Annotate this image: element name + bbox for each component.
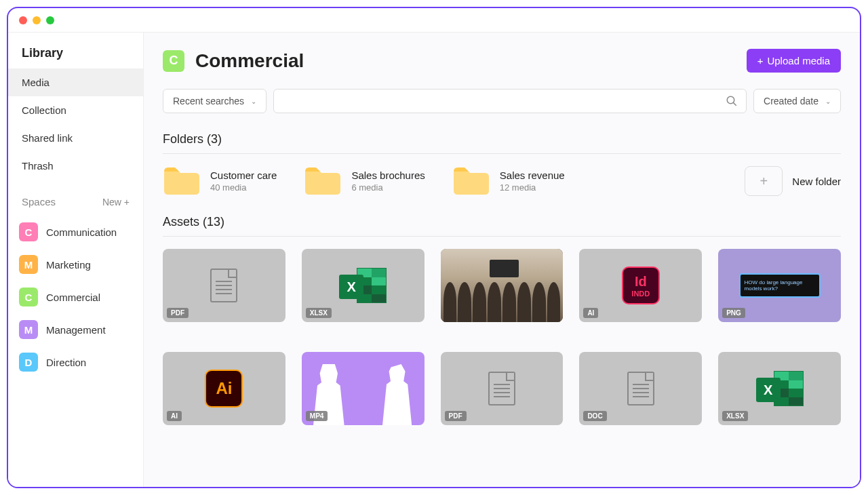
svg-point-0 [727, 96, 734, 104]
titlebar [8, 8, 860, 33]
header-row: C Commercial + Upload media [163, 49, 841, 73]
asset-card[interactable]: AiAI [163, 352, 285, 425]
space-item-management[interactable]: MManagement [8, 313, 143, 346]
upload-label: Upload media [767, 55, 830, 66]
asset-card[interactable]: PDF [163, 249, 285, 322]
sort-dropdown[interactable]: Created date ⌄ [753, 89, 841, 113]
folder-icon [163, 166, 201, 196]
page-badge: C [163, 50, 184, 72]
page-title-wrap: C Commercial [163, 50, 304, 72]
screenshot-thumbnail: HOW do large languagemodels work? [739, 273, 821, 298]
assets-grid: PDFXXLSXIdINDDAIHOW do large languagemod… [163, 249, 841, 439]
space-badge: C [19, 288, 38, 306]
space-item-direction[interactable]: DDirection [8, 346, 143, 378]
minimize-window-icon[interactable] [33, 16, 41, 24]
asset-card[interactable]: DOC [579, 352, 702, 425]
asset-type-tag: XLSX [722, 411, 748, 421]
close-window-icon[interactable] [19, 16, 27, 24]
asset-card[interactable]: HOW do large languagemodels work?PNG [718, 249, 841, 322]
asset-card[interactable]: IdINDDAI [579, 249, 702, 322]
folder-customer-care[interactable]: Customer care40 media [163, 166, 277, 196]
space-label: Commercial [46, 292, 100, 303]
space-item-communication[interactable]: CCommunication [8, 216, 143, 248]
space-item-commercial[interactable]: CCommercial [8, 281, 143, 313]
search-box[interactable] [273, 89, 747, 113]
excel-icon: X [756, 368, 804, 409]
space-label: Direction [46, 357, 86, 368]
folder-sales-brochures[interactable]: Sales brochures6 media [304, 166, 425, 196]
illustrator-icon: Ai [205, 370, 243, 408]
folders-row: Customer care40 mediaSales brochures6 me… [163, 166, 841, 196]
maximize-window-icon[interactable] [46, 16, 54, 24]
nav-item-thrash[interactable]: Thrash [8, 152, 143, 180]
body: Library MediaCollectionShared linkThrash… [8, 33, 860, 487]
search-row: Recent searches ⌄ Created date ⌄ [163, 89, 841, 113]
space-badge: C [19, 222, 38, 241]
space-label: Marketing [46, 259, 91, 271]
asset-card[interactable]: MP4 [302, 352, 425, 425]
indesign-icon: IdINDD [622, 266, 660, 304]
space-badge: D [19, 353, 38, 372]
new-space-button[interactable]: New + [102, 197, 130, 207]
space-badge: M [19, 320, 38, 339]
page-title: Commercial [195, 50, 304, 72]
folder-name: Sales brochures [351, 170, 425, 181]
nav-item-shared-link[interactable]: Shared link [8, 124, 143, 152]
document-icon [627, 372, 654, 405]
space-item-marketing[interactable]: MMarketing [8, 248, 143, 281]
folder-meta: 40 media [210, 182, 277, 193]
nav-item-media[interactable]: Media [8, 68, 143, 96]
search-icon [726, 95, 738, 107]
upload-media-button[interactable]: + Upload media [747, 49, 841, 73]
folder-icon [452, 166, 490, 196]
asset-type-tag: MP4 [306, 411, 328, 421]
chevron-down-icon: ⌄ [251, 98, 256, 105]
new-folder-button[interactable]: +New folder [745, 166, 841, 196]
asset-type-tag: PDF [167, 308, 189, 318]
photo-thumbnail [441, 249, 564, 322]
excel-icon: X [339, 265, 387, 306]
spaces-title: Spaces [22, 196, 56, 207]
asset-type-tag: PDF [445, 411, 467, 421]
plus-icon: + [757, 55, 764, 66]
space-label: Communication [46, 226, 117, 238]
app-window: Library MediaCollectionShared linkThrash… [7, 7, 861, 488]
asset-card[interactable]: XXLSX [302, 249, 425, 322]
nav-item-collection[interactable]: Collection [8, 96, 143, 124]
asset-type-tag: PNG [722, 308, 745, 318]
assets-section-title: Assets (13) [163, 215, 841, 237]
folder-name: Customer care [210, 170, 277, 181]
asset-type-tag: DOC [583, 411, 606, 421]
plus-icon: + [745, 166, 783, 196]
asset-card[interactable] [441, 249, 564, 322]
asset-type-tag: XLSX [306, 308, 332, 318]
document-icon [210, 269, 237, 302]
folder-meta: 6 media [351, 182, 425, 193]
new-folder-label: New folder [792, 176, 841, 187]
space-label: Management [46, 324, 106, 336]
folder-sales-revenue[interactable]: Sales revenue12 media [452, 166, 565, 196]
asset-type-tag: AI [167, 411, 182, 421]
folder-meta: 12 media [500, 182, 565, 193]
asset-card[interactable]: XXLSX [718, 352, 841, 425]
svg-line-1 [733, 102, 736, 106]
folder-name: Sales revenue [500, 170, 565, 181]
chevron-down-icon: ⌄ [825, 98, 831, 105]
sidebar: Library MediaCollectionShared linkThrash… [8, 33, 144, 487]
asset-type-tag: AI [583, 308, 598, 318]
folders-section-title: Folders (3) [163, 132, 841, 154]
document-icon [488, 372, 515, 405]
folder-icon [304, 166, 342, 196]
space-badge: M [19, 255, 38, 274]
recent-searches-dropdown[interactable]: Recent searches ⌄ [163, 89, 267, 113]
sidebar-title: Library [8, 46, 143, 68]
asset-card[interactable]: PDF [441, 352, 564, 425]
spaces-header: Spaces New + [8, 180, 143, 216]
main-content: C Commercial + Upload media Recent searc… [144, 33, 860, 487]
search-input[interactable] [282, 96, 726, 106]
